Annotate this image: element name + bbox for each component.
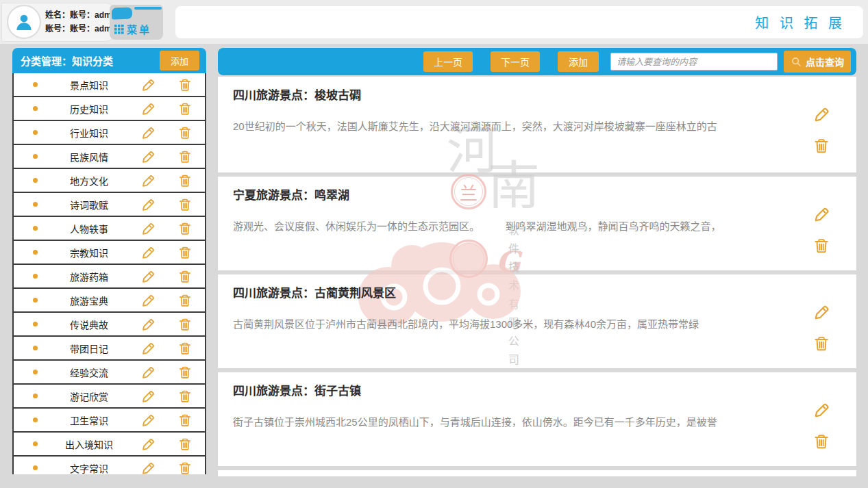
edit-icon[interactable] [140, 413, 156, 428]
delete-icon[interactable] [177, 341, 193, 356]
delete-icon[interactable] [813, 335, 830, 352]
category-panel-header: 分类管理：知识分类 添加 [12, 48, 206, 73]
category-label[interactable]: 出入境知识 [38, 437, 140, 451]
bullet-icon [33, 274, 38, 279]
delete-icon[interactable] [177, 461, 193, 475]
article-card: 四川旅游景点：梭坡古碉 20世纪初的一个秋天，法国人斯廉艾先生，沿大渡河溯源而上… [218, 77, 856, 172]
category-label[interactable]: 历史知识 [38, 102, 140, 116]
bullet-icon [33, 322, 38, 326]
search-icon [791, 56, 802, 68]
category-label[interactable]: 旅游药箱 [38, 270, 140, 283]
category-row: 文字常识 [14, 457, 205, 474]
category-label[interactable]: 人物轶事 [38, 222, 140, 235]
delete-icon[interactable] [177, 269, 193, 284]
search-input[interactable] [610, 53, 778, 70]
edit-icon[interactable] [813, 105, 830, 123]
category-label[interactable]: 景点知识 [38, 78, 140, 92]
user-account-line: 账号：账号：admin [45, 22, 119, 36]
next-page-button[interactable]: 下一页 [491, 51, 540, 72]
edit-icon[interactable] [140, 197, 156, 212]
article-title: 四川旅游景点：梭坡古碉 [233, 86, 361, 103]
category-label[interactable]: 宗教知识 [38, 246, 140, 259]
delete-icon[interactable] [177, 101, 193, 116]
edit-icon[interactable] [140, 269, 156, 284]
edit-icon[interactable] [140, 221, 156, 236]
edit-icon[interactable] [140, 125, 156, 140]
edit-icon[interactable] [140, 77, 156, 92]
category-label[interactable]: 民族风情 [38, 150, 140, 164]
category-row: 出入境知识 [14, 433, 205, 457]
edit-icon[interactable] [140, 365, 156, 380]
edit-icon[interactable] [140, 245, 156, 260]
delete-icon[interactable] [177, 149, 193, 164]
bullet-icon [33, 154, 38, 159]
bullet-icon [33, 130, 38, 135]
menu-button[interactable]: 菜单 [114, 22, 151, 36]
article-card: 宁夏旅游景点：鸣翠湖 游观光、会议度假、休闲娱乐为一体的生态示范园区。 到鸣翠湖… [218, 177, 856, 270]
delete-icon[interactable] [177, 293, 193, 308]
category-label[interactable]: 旅游宝典 [38, 294, 140, 307]
bullet-icon [33, 441, 38, 446]
category-row: 人物轶事 [14, 217, 205, 241]
category-label[interactable]: 传说典故 [38, 318, 140, 331]
delete-icon[interactable] [177, 365, 193, 380]
delete-icon[interactable] [177, 245, 193, 260]
add-knowledge-button[interactable]: 添加 [558, 51, 599, 72]
edit-icon[interactable] [140, 173, 156, 188]
delete-icon[interactable] [177, 437, 193, 452]
delete-icon[interactable] [813, 237, 830, 255]
category-label[interactable]: 地方文化 [38, 174, 140, 188]
edit-icon[interactable] [813, 205, 830, 223]
edit-icon[interactable] [140, 101, 156, 116]
category-list: 景点知识 历史知识 行业知识 民族风情 [12, 73, 206, 474]
edit-icon[interactable] [140, 293, 156, 308]
category-label[interactable]: 卫生常识 [38, 413, 140, 427]
article-card-partial [218, 470, 856, 476]
article-list: 四川旅游景点：梭坡古碉 20世纪初的一个秋天，法国人斯廉艾先生，沿大渡河溯源而上… [218, 77, 856, 476]
edit-icon[interactable] [813, 303, 830, 321]
article-excerpt: 20世纪初的一个秋天，法国人斯廉艾先生，沿大渡河溯源而上，突然，大渡河对岸梭坡藏… [233, 119, 781, 134]
bullet-icon [33, 202, 38, 207]
search-button[interactable]: 点击查询 [784, 51, 851, 73]
edit-icon[interactable] [140, 461, 156, 475]
edit-icon[interactable] [140, 317, 156, 332]
category-label[interactable]: 行业知识 [38, 126, 140, 140]
category-row: 游记欣赏 [14, 385, 205, 409]
delete-icon[interactable] [177, 221, 193, 236]
user-name-line: 姓名：账号：admin [45, 8, 119, 22]
edit-icon[interactable] [813, 401, 830, 419]
person-icon [14, 12, 34, 32]
delete-icon[interactable] [177, 197, 193, 212]
bullet-icon [33, 178, 38, 183]
category-row: 行业知识 [14, 121, 205, 145]
delete-icon[interactable] [177, 317, 193, 332]
delete-icon[interactable] [177, 77, 193, 92]
grid-menu-icon [114, 25, 124, 34]
edit-icon[interactable] [140, 341, 156, 356]
delete-icon[interactable] [813, 137, 830, 155]
delete-icon[interactable] [813, 433, 830, 450]
category-label[interactable]: 游记欣赏 [38, 389, 140, 403]
category-label[interactable]: 带团日记 [38, 342, 140, 355]
article-excerpt: 街子古镇位于崇州城西北25公里的凤栖山下，与青城后山连接，依山傍水。距今已有一千… [233, 415, 781, 430]
bullet-icon [33, 370, 38, 374]
edit-icon[interactable] [140, 437, 156, 452]
bullet-icon [33, 226, 38, 231]
category-label[interactable]: 诗词歌赋 [38, 198, 140, 211]
bullet-icon [33, 106, 38, 111]
delete-icon[interactable] [177, 173, 193, 188]
delete-icon[interactable] [177, 413, 193, 428]
article-card: 四川旅游景点：古蔺黄荆风景区 古蔺黄荆风景区位于泸州市古蔺县西北部境内，平均海拔… [218, 274, 856, 368]
category-label[interactable]: 经验交流 [38, 365, 140, 379]
edit-icon[interactable] [140, 389, 156, 404]
prev-page-button[interactable]: 上一页 [423, 51, 473, 72]
page-title: 知 识 拓 展 [755, 12, 845, 32]
edit-icon[interactable] [140, 149, 156, 164]
category-label[interactable]: 文字常识 [38, 461, 140, 475]
delete-icon[interactable] [177, 389, 193, 404]
user-avatar[interactable] [7, 5, 41, 39]
menu-tab-accent [112, 7, 133, 19]
add-category-button[interactable]: 添加 [160, 51, 199, 70]
delete-icon[interactable] [177, 125, 193, 140]
bullet-icon [33, 465, 38, 470]
